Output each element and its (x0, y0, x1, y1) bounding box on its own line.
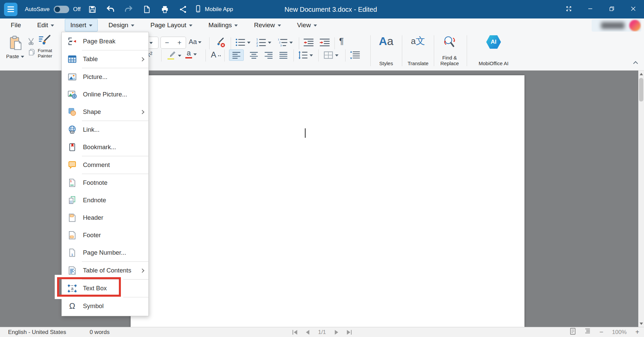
language-indicator[interactable]: English - United States (8, 329, 66, 336)
zoom-in-button[interactable]: + (635, 328, 639, 336)
minimize-button[interactable] (580, 0, 601, 18)
zoom-out-button[interactable]: − (599, 328, 603, 336)
menu-item-table-of-contents[interactable]: Table of Contents (62, 262, 148, 279)
menu-insert[interactable]: Insert (65, 19, 98, 32)
copy-button[interactable] (27, 48, 36, 57)
decrease-font-button[interactable]: − (161, 37, 173, 48)
cut-button[interactable] (28, 37, 37, 46)
header-icon (67, 213, 77, 223)
menu-file[interactable]: File (5, 19, 27, 32)
mobile-app-button[interactable]: Mobile App (194, 5, 233, 14)
menu-view[interactable]: View (292, 19, 322, 32)
menu-design[interactable]: Design (103, 19, 140, 32)
autosave-toggle[interactable] (54, 6, 69, 13)
decrease-indent-button[interactable] (303, 37, 314, 47)
chevron-down-icon (131, 25, 134, 27)
menu-item-footnote[interactable]: 1 Footnote (62, 174, 148, 192)
menu-item-picture[interactable]: Picture... (62, 68, 148, 86)
next-page-button[interactable] (335, 330, 338, 335)
fullscreen-icon (565, 5, 572, 14)
show-paragraph-marks-button[interactable]: ¶ (339, 36, 344, 46)
word-count[interactable]: 0 words (90, 329, 110, 336)
last-page-button[interactable] (347, 330, 352, 335)
app-menu-button[interactable] (4, 3, 17, 16)
align-right-button[interactable] (261, 49, 276, 61)
undo-button[interactable] (104, 3, 117, 16)
menu-label: Mailings (209, 22, 232, 29)
chevron-down-icon (268, 42, 271, 44)
menu-item-label: Symbol (83, 302, 104, 310)
chevron-down-icon (198, 41, 201, 43)
outline-view-button[interactable] (585, 328, 591, 336)
scroll-up-button[interactable] (638, 71, 644, 77)
paragraph-spacing-button[interactable] (350, 50, 361, 60)
divider (293, 49, 294, 61)
menu-item-endnote[interactable]: [i] Endnote (62, 192, 148, 209)
chevron-down-icon (149, 42, 153, 44)
scroll-down-button[interactable] (638, 320, 644, 327)
statusbar-right: − 100% + (570, 328, 639, 336)
menu-item-text-box[interactable]: a Text Box (62, 280, 148, 297)
menu-item-page-break[interactable]: Page Break (62, 33, 148, 50)
menu-item-header[interactable]: Header (62, 209, 148, 226)
scrollbar-thumb[interactable] (639, 78, 643, 101)
menu-item-online-picture[interactable]: Online Picture... (62, 86, 148, 103)
paste-button[interactable]: Paste (5, 35, 26, 59)
menu-item-label: Header (83, 214, 103, 221)
svg-text:3: 3 (280, 44, 282, 47)
fullscreen-button[interactable] (558, 0, 580, 18)
collapse-ribbon-button[interactable] (632, 59, 641, 66)
menu-edit[interactable]: Edit (32, 19, 60, 32)
toggle-knob (55, 7, 60, 12)
increase-indent-button[interactable] (319, 37, 330, 47)
page-navigation: 1/1 (292, 329, 352, 336)
first-page-button[interactable] (292, 330, 297, 335)
close-button[interactable] (623, 0, 644, 18)
character-settings-button[interactable]: A (211, 50, 222, 59)
align-justify-button[interactable] (276, 49, 291, 61)
menu-item-link[interactable]: Link... (62, 121, 148, 138)
format-painter-button[interactable]: FormatPainter (38, 35, 52, 58)
bullet-list-button[interactable] (235, 37, 250, 47)
redo-button[interactable] (122, 3, 135, 16)
menu-item-bookmark[interactable]: Bookmark... (62, 138, 148, 156)
menu-item-shape[interactable]: Shape (62, 103, 148, 121)
translate-button[interactable]: a文 Translate (403, 35, 433, 66)
document-page[interactable] (131, 75, 524, 327)
menu-page-layout[interactable]: Page Layout (145, 19, 198, 32)
restore-button[interactable] (601, 0, 623, 18)
menu-item-table[interactable]: Table (62, 50, 148, 68)
menu-review[interactable]: Review (248, 19, 286, 32)
account-area[interactable] (592, 19, 641, 32)
menu-item-page-number[interactable]: 1 Page Number... (62, 244, 148, 261)
borders-button[interactable] (323, 50, 338, 60)
align-left-button[interactable] (229, 49, 244, 61)
menu-mailings[interactable]: Mailings (203, 19, 243, 32)
line-spacing-button[interactable] (297, 50, 313, 60)
menu-item-comment[interactable]: Comment (62, 156, 148, 174)
increase-font-button[interactable]: + (173, 37, 186, 48)
svg-text:1: 1 (278, 38, 279, 41)
share-button[interactable] (177, 3, 189, 16)
find-replace-button[interactable]: Find &Replace (434, 35, 465, 66)
vertical-scrollbar[interactable] (638, 71, 644, 327)
new-document-button[interactable] (140, 3, 153, 16)
font-color-button[interactable]: a (185, 49, 197, 58)
save-button[interactable] (86, 3, 99, 16)
highlight-color-button[interactable] (166, 50, 181, 61)
menu-item-symbol[interactable]: Ω Symbol (62, 297, 148, 315)
menu-item-label: Page Number... (83, 249, 126, 256)
mobioffice-ai-button[interactable]: AI MobiOffice AI (475, 35, 512, 66)
menu-item-footer[interactable]: Footer (62, 226, 148, 244)
page-break-icon (67, 36, 77, 46)
multilevel-list-button[interactable]: 123 (277, 37, 293, 47)
clear-formatting-button[interactable] (214, 37, 226, 48)
zoom-level[interactable]: 100% (612, 329, 627, 336)
previous-page-button[interactable] (306, 330, 309, 335)
change-case-button[interactable]: Aa (189, 38, 201, 46)
align-center-button[interactable] (246, 49, 261, 61)
print-button[interactable] (158, 3, 171, 16)
numbered-list-button[interactable]: 123 (256, 37, 271, 47)
page-view-button[interactable] (570, 328, 576, 336)
styles-button[interactable]: Aa Styles (371, 35, 401, 66)
